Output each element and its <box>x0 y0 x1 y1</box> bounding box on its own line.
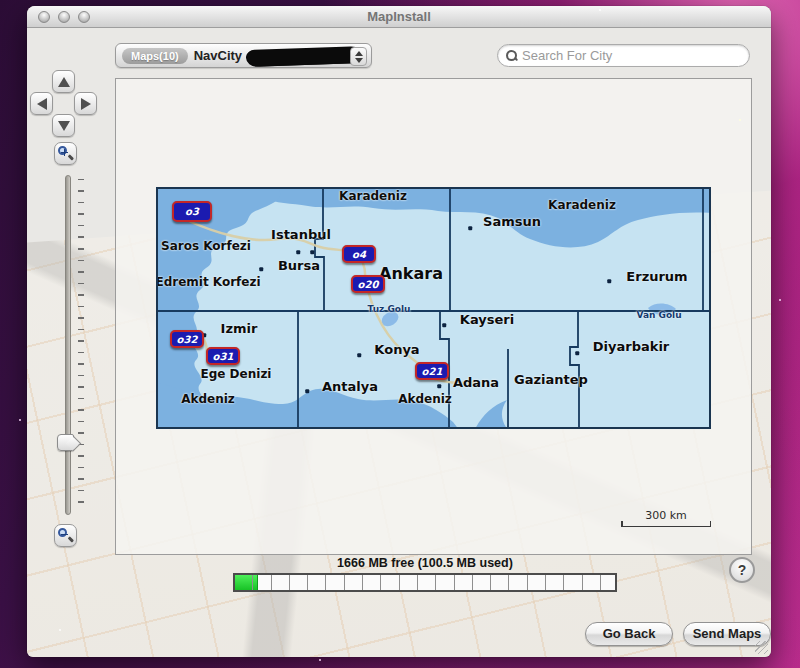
map-tile-badge-o32[interactable]: o32 <box>170 330 204 348</box>
zoom-slider-thumb[interactable] <box>57 434 74 451</box>
city-dot <box>442 323 446 327</box>
city-dot <box>259 267 263 271</box>
sea-label-akdeniz-west: Akdeniz <box>181 392 235 406</box>
map-canvas[interactable]: Karadeniz Karadeniz Saros Korfezi Edremi… <box>156 187 711 429</box>
storage-gauge <box>233 573 617 592</box>
city-label-izmir: Izmir <box>221 321 258 336</box>
pan-left-button[interactable] <box>30 92 53 115</box>
sea-label-saros-korfezi: Saros Korfezi <box>161 239 251 253</box>
go-back-button[interactable]: Go Back <box>585 622 673 646</box>
city-label-diyarbakir: Diyarbakir <box>593 339 670 354</box>
search-field[interactable] <box>497 44 750 67</box>
city-dot <box>357 353 361 357</box>
map-tile-badge-o4[interactable]: o4 <box>342 245 376 263</box>
city-dot <box>607 279 611 283</box>
help-button[interactable]: ? <box>729 557 755 583</box>
zoom-in-button[interactable] <box>54 142 77 165</box>
titlebar[interactable]: MapInstall <box>27 6 771 28</box>
maps-count-badge: Maps(10) <box>122 48 188 64</box>
map-scale-bar: 300 km <box>621 509 711 527</box>
search-input[interactable] <box>522 48 732 63</box>
lake-label-tuz-golu: Tuz Golu <box>368 304 411 314</box>
city-label-antalya: Antalya <box>322 379 378 394</box>
city-dot <box>305 389 309 393</box>
redacted-text-blob <box>247 45 363 65</box>
city-dot <box>437 384 441 388</box>
window-title: MapInstall <box>27 9 771 24</box>
city-label-erzurum: Erzurum <box>626 269 687 284</box>
arrow-left-icon <box>37 98 47 110</box>
storage-gauge-segments <box>235 575 615 590</box>
popup-stepper-icon[interactable] <box>350 47 367 66</box>
arrow-down-icon <box>58 121 70 131</box>
city-label-adana: Adana <box>453 375 499 390</box>
map-tile-badge-o20[interactable]: o20 <box>351 275 385 293</box>
map-viewport-panel: Karadeniz Karadeniz Saros Korfezi Edremi… <box>115 78 752 555</box>
zoom-slider-track[interactable] <box>65 175 71 515</box>
map-tile-badge-o21[interactable]: o21 <box>415 362 449 380</box>
city-label-konya: Konya <box>374 342 419 357</box>
arrow-up-icon <box>58 77 70 87</box>
city-label-istanbul: Istanbul <box>271 227 331 242</box>
pan-up-button[interactable] <box>52 70 75 93</box>
map-product-popup[interactable]: Maps(10) NavCity <box>115 43 372 68</box>
storage-status: 1666 MB free (100.5 MB used) <box>233 556 617 570</box>
desktop-background: MapInstall Maps(10) NavCity <box>0 0 800 668</box>
city-dot <box>575 351 579 355</box>
pan-right-button[interactable] <box>74 92 97 115</box>
product-name: NavCity <box>194 48 242 63</box>
city-label-ankara: Ankara <box>379 264 443 283</box>
map-tile-badge-o3[interactable]: o3 <box>172 201 212 222</box>
city-label-samsun: Samsun <box>483 214 541 229</box>
city-label-kayseri: Kayseri <box>460 312 514 327</box>
resize-grip[interactable] <box>755 641 768 654</box>
arrow-right-icon <box>81 98 91 110</box>
sea-label-karadeniz-west: Karadeniz <box>339 189 407 203</box>
lake-label-van-golu: Van Golu <box>636 310 681 320</box>
zoom-out-button[interactable] <box>54 524 77 547</box>
sea-label-edremit-korfezi: Edremit Korfezi <box>156 275 261 289</box>
city-dot <box>310 250 314 254</box>
search-icon <box>506 50 517 61</box>
mapinstall-window: MapInstall Maps(10) NavCity <box>27 6 771 657</box>
scale-line <box>621 522 711 527</box>
city-dot <box>468 226 472 230</box>
city-label-bursa: Bursa <box>278 258 320 273</box>
sea-label-akdeniz-east: Akdeniz <box>398 392 452 406</box>
sea-label-ege-denizi: Ege Denizi <box>201 367 272 381</box>
map-tile-badge-o31[interactable]: o31 <box>206 347 240 365</box>
sea-label-karadeniz-east: Karadeniz <box>548 198 616 212</box>
pan-down-button[interactable] <box>52 114 75 137</box>
city-dot <box>296 250 300 254</box>
city-label-gaziantep: Gaziantep <box>514 372 588 387</box>
zoom-out-icon <box>58 528 73 543</box>
zoom-slider-ticks <box>78 179 84 512</box>
zoom-in-icon <box>58 146 73 161</box>
chevron-down-icon <box>355 58 363 63</box>
scale-label: 300 km <box>621 509 711 522</box>
chevron-up-icon <box>355 51 363 56</box>
